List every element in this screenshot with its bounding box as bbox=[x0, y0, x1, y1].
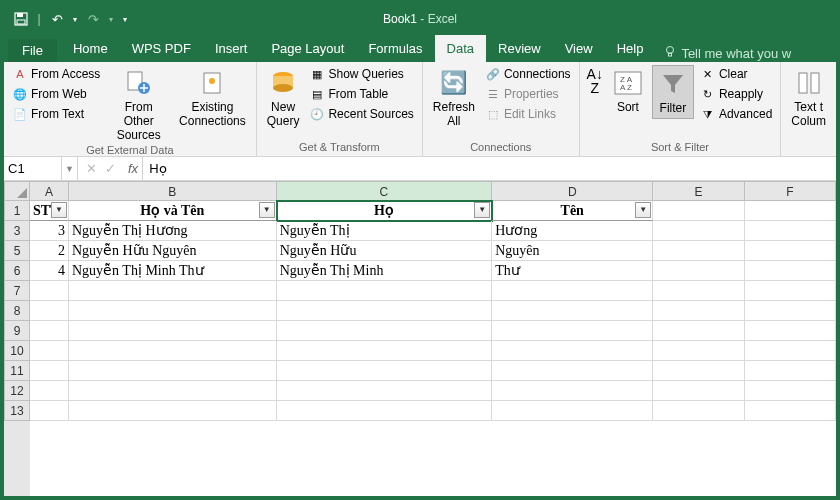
cell[interactable]: 3 bbox=[30, 221, 69, 241]
cell[interactable]: Hương bbox=[492, 221, 653, 241]
formula-input[interactable]: Họ bbox=[143, 157, 836, 180]
recent-sources-button[interactable]: 🕘Recent Sources bbox=[307, 105, 415, 123]
tab-wps-pdf[interactable]: WPS PDF bbox=[120, 35, 203, 62]
tab-file[interactable]: File bbox=[8, 39, 57, 62]
redo-dropdown-icon[interactable]: ▾ bbox=[106, 8, 116, 30]
cell[interactable] bbox=[69, 341, 277, 361]
cell[interactable] bbox=[277, 281, 492, 301]
tab-review[interactable]: Review bbox=[486, 35, 553, 62]
cell[interactable] bbox=[69, 401, 277, 421]
cell[interactable] bbox=[745, 261, 836, 281]
row-header[interactable]: 13 bbox=[4, 401, 30, 421]
undo-dropdown-icon[interactable]: ▾ bbox=[70, 8, 80, 30]
advanced-button[interactable]: ⧩Advanced bbox=[698, 105, 774, 123]
cell[interactable] bbox=[653, 261, 744, 281]
cell[interactable]: Nguyễn Thị Minh bbox=[277, 261, 492, 281]
cell[interactable] bbox=[492, 281, 653, 301]
cell[interactable] bbox=[745, 221, 836, 241]
row-header[interactable]: 1 bbox=[4, 201, 30, 221]
cell[interactable]: Nguyễn Thị Hương bbox=[69, 221, 277, 241]
row-header[interactable]: 5 bbox=[4, 241, 30, 261]
cell[interactable]: Nguyễn Thị bbox=[277, 221, 492, 241]
row-header[interactable]: 9 bbox=[4, 321, 30, 341]
cell[interactable] bbox=[492, 361, 653, 381]
cell[interactable] bbox=[745, 301, 836, 321]
cell[interactable] bbox=[745, 241, 836, 261]
column-header[interactable]: E bbox=[653, 181, 744, 201]
cell[interactable] bbox=[69, 281, 277, 301]
qat-customize-icon[interactable]: ▾ bbox=[118, 8, 132, 30]
row-header[interactable]: 12 bbox=[4, 381, 30, 401]
cell[interactable] bbox=[69, 301, 277, 321]
cell[interactable] bbox=[30, 321, 69, 341]
cell[interactable] bbox=[30, 361, 69, 381]
cell[interactable] bbox=[277, 401, 492, 421]
existing-connections-button[interactable]: Existing Connections bbox=[175, 65, 250, 131]
row-header[interactable]: 8 bbox=[4, 301, 30, 321]
row-header[interactable]: 6 bbox=[4, 261, 30, 281]
column-header[interactable]: D bbox=[492, 181, 653, 201]
tab-formulas[interactable]: Formulas bbox=[356, 35, 434, 62]
sort-asc-button[interactable]: A↓Z bbox=[586, 65, 604, 97]
redo-icon[interactable]: ↷ bbox=[82, 8, 104, 30]
filter-dropdown-icon[interactable]: ▼ bbox=[259, 202, 275, 218]
cell[interactable] bbox=[653, 381, 744, 401]
cell[interactable]: Nguyễn Hữu Nguyên bbox=[69, 241, 277, 261]
cell[interactable] bbox=[277, 321, 492, 341]
name-box[interactable]: C1 bbox=[4, 157, 62, 180]
tab-data[interactable]: Data bbox=[435, 35, 486, 62]
select-all-corner[interactable] bbox=[4, 181, 30, 201]
cell[interactable] bbox=[653, 401, 744, 421]
cell[interactable] bbox=[653, 361, 744, 381]
grid-area[interactable]: ABCDEF STT▼Họ và Tên▼Họ▼Tên▼3Nguyễn Thị … bbox=[30, 181, 836, 496]
cell[interactable] bbox=[30, 341, 69, 361]
cell[interactable]: Nguyên bbox=[492, 241, 653, 261]
cell[interactable] bbox=[30, 401, 69, 421]
cell[interactable] bbox=[653, 341, 744, 361]
cell[interactable] bbox=[653, 201, 744, 221]
cell[interactable]: Họ và Tên▼ bbox=[69, 201, 277, 221]
cell[interactable] bbox=[277, 381, 492, 401]
cell[interactable] bbox=[653, 301, 744, 321]
cell[interactable] bbox=[653, 321, 744, 341]
undo-icon[interactable]: ↶ bbox=[46, 8, 68, 30]
cell[interactable] bbox=[69, 361, 277, 381]
filter-dropdown-icon[interactable]: ▼ bbox=[635, 202, 651, 218]
reapply-button[interactable]: ↻Reapply bbox=[698, 85, 774, 103]
from-other-sources-button[interactable]: From Other Sources bbox=[106, 65, 171, 144]
refresh-all-button[interactable]: 🔄 Refresh All bbox=[429, 65, 479, 131]
cell[interactable]: STT▼ bbox=[30, 201, 69, 221]
tell-me-search[interactable]: Tell me what you w bbox=[655, 45, 791, 62]
cell[interactable] bbox=[492, 401, 653, 421]
column-header[interactable]: B bbox=[69, 181, 277, 201]
cell[interactable] bbox=[69, 321, 277, 341]
column-header[interactable]: C bbox=[277, 181, 493, 201]
cell[interactable]: Tên▼ bbox=[492, 201, 653, 221]
cell[interactable] bbox=[653, 221, 744, 241]
tab-insert[interactable]: Insert bbox=[203, 35, 260, 62]
sort-button[interactable]: Z AA Z Sort bbox=[608, 65, 648, 117]
cell[interactable]: Nguyễn Thị Minh Thư bbox=[69, 261, 277, 281]
cell[interactable] bbox=[745, 281, 836, 301]
cell[interactable] bbox=[30, 281, 69, 301]
from-text-button[interactable]: 📄From Text bbox=[10, 105, 102, 123]
cell[interactable]: Nguyễn Hữu bbox=[277, 241, 492, 261]
name-box-dropdown-icon[interactable]: ▼ bbox=[62, 157, 78, 180]
cell[interactable] bbox=[653, 241, 744, 261]
cell[interactable] bbox=[492, 321, 653, 341]
row-header[interactable]: 7 bbox=[4, 281, 30, 301]
clear-button[interactable]: ✕Clear bbox=[698, 65, 774, 83]
cell[interactable] bbox=[492, 341, 653, 361]
connections-button[interactable]: 🔗Connections bbox=[483, 65, 573, 83]
cell[interactable] bbox=[277, 301, 492, 321]
cell[interactable] bbox=[69, 381, 277, 401]
filter-button[interactable]: Filter bbox=[652, 65, 694, 119]
filter-dropdown-icon[interactable]: ▼ bbox=[474, 202, 490, 218]
show-queries-button[interactable]: ▦Show Queries bbox=[307, 65, 415, 83]
from-access-button[interactable]: AFrom Access bbox=[10, 65, 102, 83]
cell[interactable]: 2 bbox=[30, 241, 69, 261]
tab-help[interactable]: Help bbox=[605, 35, 656, 62]
cell[interactable] bbox=[745, 321, 836, 341]
cell[interactable]: Họ▼ bbox=[277, 201, 492, 221]
from-web-button[interactable]: 🌐From Web bbox=[10, 85, 102, 103]
